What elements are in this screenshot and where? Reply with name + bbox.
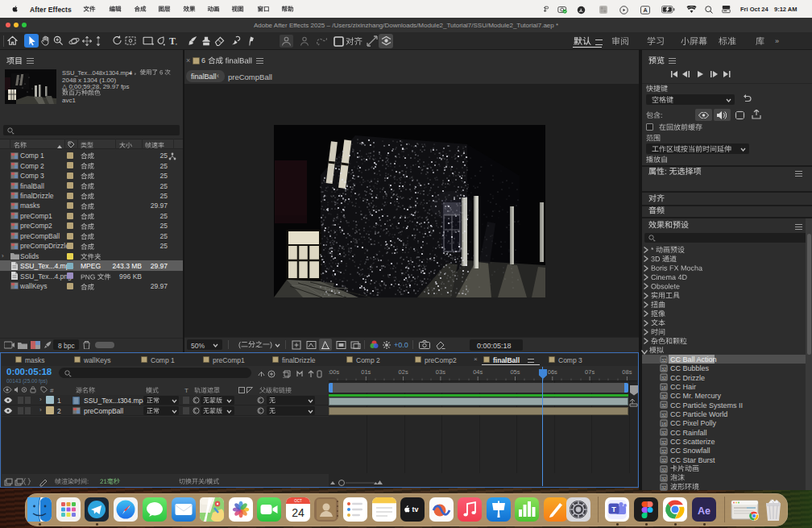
svg-text:T: T: [611, 505, 616, 513]
svg-text:04s: 04s: [473, 368, 483, 376]
svg-text:32: 32: [661, 439, 666, 444]
svg-text:32: 32: [661, 458, 666, 463]
svg-text:32: 32: [661, 393, 666, 398]
svg-text::00s: :00s: [329, 368, 339, 376]
svg-text:16: 16: [661, 385, 666, 389]
svg-text:32: 32: [661, 366, 666, 371]
svg-text:08s: 08s: [622, 368, 632, 376]
svg-text:32: 32: [661, 403, 666, 408]
svg-text:tv: tv: [412, 505, 419, 513]
svg-text:06s: 06s: [548, 368, 557, 376]
svg-text:32: 32: [661, 485, 666, 490]
svg-text:02s: 02s: [399, 368, 408, 376]
svg-text:OCT: OCT: [294, 499, 302, 503]
svg-text:32: 32: [661, 448, 666, 453]
svg-text:32: 32: [661, 412, 666, 417]
svg-text:32: 32: [661, 357, 666, 362]
svg-text:16: 16: [661, 421, 666, 426]
svg-text:32: 32: [661, 476, 666, 480]
svg-text:07s: 07s: [585, 368, 594, 376]
svg-text:Ae: Ae: [698, 505, 710, 516]
svg-text:32: 32: [661, 430, 666, 435]
svg-text:32: 32: [661, 376, 666, 380]
svg-text:24: 24: [292, 506, 304, 519]
svg-text:01s: 01s: [361, 368, 371, 376]
svg-text:03s: 03s: [436, 368, 445, 376]
svg-text:A: A: [643, 6, 647, 13]
svg-text:32: 32: [661, 467, 666, 472]
svg-text:05s: 05s: [510, 368, 520, 376]
